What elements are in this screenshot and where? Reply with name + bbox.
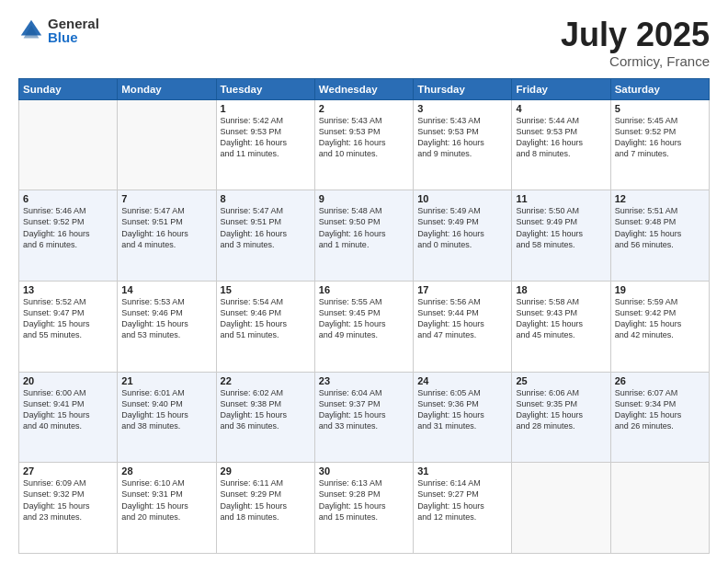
calendar-cell: 11Sunrise: 5:50 AM Sunset: 9:49 PM Dayli… (512, 190, 610, 282)
day-info: Sunrise: 5:51 AM Sunset: 9:48 PM Dayligh… (615, 205, 705, 250)
calendar-cell: 12Sunrise: 5:51 AM Sunset: 9:48 PM Dayli… (610, 190, 709, 282)
day-number: 29 (221, 465, 311, 477)
day-number: 20 (23, 375, 113, 386)
day-number: 16 (319, 284, 409, 295)
logo-general: General (48, 17, 99, 30)
day-info: Sunrise: 5:44 AM Sunset: 9:53 PM Dayligh… (516, 115, 606, 160)
day-info: Sunrise: 6:06 AM Sunset: 9:35 PM Dayligh… (516, 387, 606, 432)
calendar-header-thursday: Thursday (414, 78, 512, 99)
day-number: 15 (221, 284, 311, 295)
day-number: 27 (23, 465, 113, 477)
logo: General Blue (18, 17, 99, 44)
title-location: Cormicy, France (561, 53, 710, 69)
day-info: Sunrise: 6:09 AM Sunset: 9:32 PM Dayligh… (23, 477, 113, 523)
logo-text: General Blue (48, 17, 99, 44)
day-info: Sunrise: 6:01 AM Sunset: 9:40 PM Dayligh… (121, 387, 211, 432)
day-number: 12 (615, 193, 705, 204)
calendar-cell: 18Sunrise: 5:58 AM Sunset: 9:43 PM Dayli… (512, 281, 610, 372)
day-number: 5 (615, 103, 705, 114)
calendar-header-monday: Monday (118, 78, 216, 99)
day-number: 21 (121, 375, 211, 386)
day-number: 10 (417, 193, 507, 204)
day-info: Sunrise: 6:00 AM Sunset: 9:41 PM Dayligh… (23, 387, 113, 432)
calendar-cell: 17Sunrise: 5:56 AM Sunset: 9:44 PM Dayli… (414, 281, 512, 372)
day-info: Sunrise: 5:49 AM Sunset: 9:49 PM Dayligh… (417, 205, 507, 250)
calendar-cell: 19Sunrise: 5:59 AM Sunset: 9:42 PM Dayli… (610, 281, 709, 372)
calendar-cell: 25Sunrise: 6:06 AM Sunset: 9:35 PM Dayli… (512, 372, 610, 463)
calendar-cell: 4Sunrise: 5:44 AM Sunset: 9:53 PM Daylig… (512, 99, 610, 190)
day-number: 9 (319, 193, 409, 204)
calendar-cell: 26Sunrise: 6:07 AM Sunset: 9:34 PM Dayli… (610, 372, 709, 463)
day-info: Sunrise: 6:07 AM Sunset: 9:34 PM Dayligh… (615, 387, 705, 432)
calendar-cell: 16Sunrise: 5:55 AM Sunset: 9:45 PM Dayli… (314, 281, 413, 372)
day-number: 6 (23, 193, 113, 204)
day-info: Sunrise: 6:11 AM Sunset: 9:29 PM Dayligh… (221, 477, 311, 523)
calendar-cell: 29Sunrise: 6:11 AM Sunset: 9:29 PM Dayli… (216, 463, 314, 554)
calendar-cell: 14Sunrise: 5:53 AM Sunset: 9:46 PM Dayli… (118, 281, 216, 372)
calendar-cell: 3Sunrise: 5:43 AM Sunset: 9:53 PM Daylig… (414, 99, 512, 190)
calendar-cell (19, 99, 118, 190)
day-number: 18 (516, 284, 606, 295)
day-info: Sunrise: 5:56 AM Sunset: 9:44 PM Dayligh… (417, 296, 507, 341)
day-info: Sunrise: 5:43 AM Sunset: 9:53 PM Dayligh… (319, 115, 409, 160)
calendar-cell: 28Sunrise: 6:10 AM Sunset: 9:31 PM Dayli… (118, 463, 216, 554)
calendar-cell: 6Sunrise: 5:46 AM Sunset: 9:52 PM Daylig… (19, 190, 118, 282)
calendar-week-5: 27Sunrise: 6:09 AM Sunset: 9:32 PM Dayli… (19, 463, 710, 554)
calendar-week-3: 13Sunrise: 5:52 AM Sunset: 9:47 PM Dayli… (19, 281, 710, 372)
calendar-cell: 21Sunrise: 6:01 AM Sunset: 9:40 PM Dayli… (118, 372, 216, 463)
calendar-cell: 30Sunrise: 6:13 AM Sunset: 9:28 PM Dayli… (314, 463, 413, 554)
day-info: Sunrise: 5:47 AM Sunset: 9:51 PM Dayligh… (121, 205, 211, 250)
day-info: Sunrise: 5:50 AM Sunset: 9:49 PM Dayligh… (516, 205, 606, 250)
day-number: 26 (615, 375, 705, 386)
day-number: 3 (417, 103, 507, 114)
calendar-cell: 13Sunrise: 5:52 AM Sunset: 9:47 PM Dayli… (19, 281, 118, 372)
day-number: 14 (121, 284, 211, 295)
calendar-cell (118, 99, 216, 190)
calendar-cell: 15Sunrise: 5:54 AM Sunset: 9:46 PM Dayli… (216, 281, 314, 372)
header: General Blue July 2025 Cormicy, France (18, 17, 710, 69)
day-info: Sunrise: 5:45 AM Sunset: 9:52 PM Dayligh… (615, 115, 705, 160)
calendar-cell: 7Sunrise: 5:47 AM Sunset: 9:51 PM Daylig… (118, 190, 216, 282)
day-number: 4 (516, 103, 606, 114)
day-number: 28 (121, 465, 211, 477)
day-info: Sunrise: 5:54 AM Sunset: 9:46 PM Dayligh… (221, 296, 311, 341)
calendar-cell: 5Sunrise: 5:45 AM Sunset: 9:52 PM Daylig… (610, 99, 709, 190)
day-info: Sunrise: 6:13 AM Sunset: 9:28 PM Dayligh… (319, 477, 409, 523)
day-info: Sunrise: 5:52 AM Sunset: 9:47 PM Dayligh… (23, 296, 113, 341)
day-info: Sunrise: 5:46 AM Sunset: 9:52 PM Dayligh… (23, 205, 113, 250)
page: General Blue July 2025 Cormicy, France S… (0, 0, 728, 563)
calendar-cell: 9Sunrise: 5:48 AM Sunset: 9:50 PM Daylig… (314, 190, 413, 282)
day-number: 8 (221, 193, 311, 204)
day-number: 7 (121, 193, 211, 204)
day-info: Sunrise: 5:53 AM Sunset: 9:46 PM Dayligh… (121, 296, 211, 341)
calendar-week-2: 6Sunrise: 5:46 AM Sunset: 9:52 PM Daylig… (19, 190, 710, 282)
day-number: 13 (23, 284, 113, 295)
day-number: 11 (516, 193, 606, 204)
day-info: Sunrise: 6:04 AM Sunset: 9:37 PM Dayligh… (319, 387, 409, 432)
day-info: Sunrise: 5:58 AM Sunset: 9:43 PM Dayligh… (516, 296, 606, 341)
day-number: 17 (417, 284, 507, 295)
calendar-week-4: 20Sunrise: 6:00 AM Sunset: 9:41 PM Dayli… (19, 372, 710, 463)
calendar-header-row: SundayMondayTuesdayWednesdayThursdayFrid… (19, 78, 710, 99)
day-number: 31 (417, 465, 507, 477)
calendar-header-sunday: Sunday (19, 78, 118, 99)
calendar-cell: 24Sunrise: 6:05 AM Sunset: 9:36 PM Dayli… (414, 372, 512, 463)
calendar-cell: 8Sunrise: 5:47 AM Sunset: 9:51 PM Daylig… (216, 190, 314, 282)
calendar-cell: 22Sunrise: 6:02 AM Sunset: 9:38 PM Dayli… (216, 372, 314, 463)
calendar-cell: 2Sunrise: 5:43 AM Sunset: 9:53 PM Daylig… (314, 99, 413, 190)
day-info: Sunrise: 6:14 AM Sunset: 9:27 PM Dayligh… (417, 477, 507, 523)
day-number: 2 (319, 103, 409, 114)
logo-icon (18, 17, 44, 43)
calendar-cell: 23Sunrise: 6:04 AM Sunset: 9:37 PM Dayli… (314, 372, 413, 463)
calendar-header-tuesday: Tuesday (216, 78, 314, 99)
day-info: Sunrise: 5:43 AM Sunset: 9:53 PM Dayligh… (417, 115, 507, 160)
calendar-cell: 1Sunrise: 5:42 AM Sunset: 9:53 PM Daylig… (216, 99, 314, 190)
calendar-cell: 20Sunrise: 6:00 AM Sunset: 9:41 PM Dayli… (19, 372, 118, 463)
day-number: 25 (516, 375, 606, 386)
day-number: 24 (417, 375, 507, 386)
day-info: Sunrise: 5:48 AM Sunset: 9:50 PM Dayligh… (319, 205, 409, 250)
day-info: Sunrise: 5:47 AM Sunset: 9:51 PM Dayligh… (221, 205, 311, 250)
calendar-week-1: 1Sunrise: 5:42 AM Sunset: 9:53 PM Daylig… (19, 99, 710, 190)
day-info: Sunrise: 6:02 AM Sunset: 9:38 PM Dayligh… (221, 387, 311, 432)
day-number: 30 (319, 465, 409, 477)
